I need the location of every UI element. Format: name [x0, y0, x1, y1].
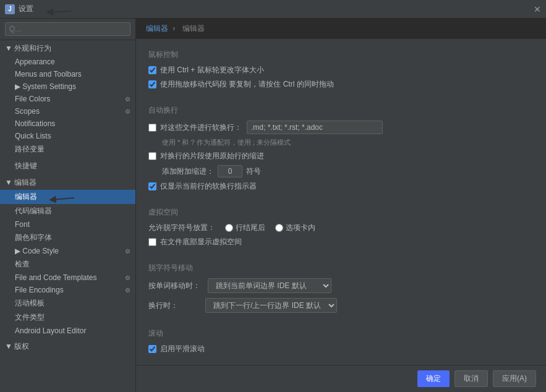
search-box [0, 19, 135, 40]
radio-tab-inner[interactable] [275, 224, 283, 232]
sidebar-item-appearance[interactable]: Appearance [0, 56, 135, 68]
breadcrumb-parent[interactable]: 编辑器 [146, 24, 168, 33]
sidebar-item-check[interactable]: 检查 [0, 257, 135, 271]
sidebar-item-quick-lists[interactable]: Quick Lists [0, 130, 135, 142]
show-wrap-indicator-row: 仅显示当前行的软换行指示器 [148, 181, 534, 192]
mouse-ctrl-zoom-checkbox[interactable] [148, 66, 156, 74]
divider2 [148, 199, 534, 200]
breadcrumb-separator: › [173, 24, 175, 33]
sidebar-group-waiguan-label: ▼ 外观和行为 [5, 43, 51, 54]
sidebar-item-file-code-templates[interactable]: File and Code Templates ⚙ [0, 271, 135, 284]
smooth-scroll-label[interactable]: 启用平滑滚动 [148, 344, 205, 354]
allow-caret-label: 允许脱字符号放置： [148, 223, 215, 233]
sidebar-group-editor[interactable]: ▼ 编辑器 [0, 176, 135, 190]
drag-drop-row: 使用拖放移动代码段 要复制，请按住 Ctrl 的同时拖动 [148, 79, 534, 90]
divider3 [148, 255, 534, 255]
breadcrumb: 编辑器 › 编辑器 [136, 19, 546, 40]
gear-icon: ⚙ [125, 287, 130, 294]
search-input[interactable] [5, 22, 130, 36]
sidebar-item-file-encodings[interactable]: File Encodings ⚙ [0, 284, 135, 296]
radio-line-end[interactable] [225, 224, 233, 232]
sidebar-item-code-style[interactable]: ▶ Code Style ⚙ [0, 245, 135, 257]
smooth-scroll-row: 启用平滑滚动 [148, 344, 534, 354]
soft-wrap-files-row: 对这些文件进行软换行： [148, 121, 534, 134]
apply-button[interactable]: 应用(A) [493, 370, 536, 387]
gear-icon: ⚙ [125, 108, 130, 115]
sidebar-section-keymap: 快捷键 [0, 158, 135, 174]
breadcrumb-current: 编辑器 [182, 24, 205, 33]
main-container: ▼ 外观和行为 Appearance Menus and Toolbars ▶ … [0, 19, 546, 392]
smooth-scroll-checkbox[interactable] [148, 345, 156, 353]
radio-tab-inner-label[interactable]: 选项卡内 [275, 223, 315, 233]
cancel-button[interactable]: 取消 [454, 370, 488, 387]
sidebar-item-font[interactable]: Font [0, 218, 135, 231]
show-wrap-indicator-label[interactable]: 仅显示当前行的软换行指示器 [148, 181, 257, 192]
divider1 [148, 97, 534, 98]
sidebar-item-color-font[interactable]: 颜色和字体 [0, 231, 135, 245]
virtual-space-bottom-label[interactable]: 在文件底部显示虚拟空间 [148, 237, 242, 247]
indent-label2: 符号 [246, 166, 261, 177]
app-icon: J [5, 4, 15, 14]
sidebar-item-notifications[interactable]: Notifications [0, 117, 135, 130]
sidebar-item-file-colors[interactable]: File Colors ⚙ [0, 93, 135, 105]
sidebar: ▼ 外观和行为 Appearance Menus and Toolbars ▶ … [0, 19, 136, 392]
sidebar-group-waiguan[interactable]: ▼ 外观和行为 [0, 41, 135, 56]
line-break-label: 换行时： [148, 300, 198, 311]
word-move-row: 按单词移动时： 跳到当前单词边界 IDE 默认 [148, 278, 534, 293]
sidebar-item-menus-toolbars[interactable]: Menus and Toolbars [0, 68, 135, 80]
sidebar-section-copyright: ▼ 版权 [0, 338, 135, 355]
indent-label1: 添加附加缩进： [162, 166, 214, 177]
auto-wrap-section-title: 自动换行 [148, 105, 534, 116]
sidebar-item-keymap[interactable]: 快捷键 [0, 159, 135, 173]
divider4 [148, 320, 534, 321]
gear-icon: ⚙ [125, 248, 130, 255]
drag-drop-checkbox[interactable] [148, 80, 156, 88]
sidebar-group-copyright-label: ▼ 版权 [5, 341, 29, 352]
virtual-space-section-title: 虚拟空间 [148, 207, 534, 218]
sidebar-item-path-vars[interactable]: 路径变量 [0, 142, 135, 156]
soft-wrap-files-checkbox[interactable] [148, 124, 156, 132]
indent-value-input[interactable] [218, 165, 242, 177]
soft-wrap-files-input[interactable] [247, 121, 383, 134]
wrap-indent-checkbox[interactable] [148, 152, 156, 160]
sidebar-group-editor-label: ▼ 编辑器 [5, 177, 36, 188]
mouse-ctrl-zoom-row: 使用 Ctrl + 鼠标轮更改字体大小 [148, 65, 534, 75]
sidebar-item-code-editor[interactable]: 代码编辑器 [0, 204, 135, 218]
title-bar: J 设置 ✕ [0, 0, 546, 19]
soft-wrap-files-label[interactable]: 对这些文件进行软换行： [148, 122, 242, 133]
indent-extra-row: 添加附加缩进： 符号 [162, 165, 534, 177]
word-move-label: 按单词移动时： [148, 281, 200, 291]
mouse-control-section-title: 鼠标控制 [148, 49, 534, 60]
mouse-ctrl-zoom-label[interactable]: 使用 Ctrl + 鼠标轮更改字体大小 [148, 65, 264, 75]
line-break-select[interactable]: 跳到下一行/上一行边界 IDE 默认 [205, 298, 337, 313]
wrap-indent-row: 对换行的片段使用原始行的缩进 [148, 151, 534, 161]
soft-wrap-note: 使用 * 和 ? 作为通配符，使用 ; 来分隔模式 [162, 138, 534, 147]
caret-movement-section-title: 脱字符号移动 [148, 263, 534, 273]
ok-button[interactable]: 确定 [417, 370, 450, 387]
sidebar-item-live-templates[interactable]: 活动模板 [0, 296, 135, 310]
drag-drop-label[interactable]: 使用拖放移动代码段 要复制，请按住 Ctrl 的同时拖动 [148, 79, 334, 90]
sidebar-item-editor-main[interactable]: 编辑器 [0, 190, 135, 204]
sidebar-item-scopes[interactable]: Scopes ⚙ [0, 105, 135, 117]
gear-icon: ⚙ [125, 96, 130, 103]
title-text: 设置 [19, 4, 33, 14]
sidebar-item-system-settings[interactable]: ▶ System Settings [0, 80, 135, 93]
content-scroll: 鼠标控制 使用 Ctrl + 鼠标轮更改字体大小 使用拖放移动代码段 要复制，请… [136, 40, 546, 365]
sidebar-group-copyright[interactable]: ▼ 版权 [0, 339, 135, 354]
gear-icon: ⚙ [125, 275, 130, 281]
close-button[interactable]: ✕ [534, 4, 541, 14]
radio-line-end-label[interactable]: 行结尾后 [225, 223, 265, 233]
wrap-indent-label[interactable]: 对换行的片段使用原始行的缩进 [148, 151, 264, 161]
sidebar-section-editor: ▼ 编辑器 编辑器 代码编辑器 Font 颜色和字体 ▶ [0, 174, 135, 338]
virtual-space-bottom-checkbox[interactable] [148, 238, 156, 246]
word-move-select[interactable]: 跳到当前单词边界 IDE 默认 [208, 278, 331, 293]
content-panel: 编辑器 › 编辑器 鼠标控制 使用 Ctrl + 鼠标轮更改字体大小 使用拖放移… [136, 19, 546, 392]
show-wrap-indicator-checkbox[interactable] [148, 182, 156, 190]
sidebar-item-android-layout[interactable]: Android Layout Editor [0, 325, 135, 337]
sidebar-item-file-types[interactable]: 文件类型 [0, 310, 135, 325]
sidebar-section-waiguan: ▼ 外观和行为 Appearance Menus and Toolbars ▶ … [0, 40, 135, 158]
virtual-space-allow-row: 允许脱字符号放置： 行结尾后 选项卡内 [148, 223, 534, 233]
scroll-section-title: 滚动 [148, 328, 534, 339]
bottom-bar: 确定 取消 应用(A) [136, 365, 546, 392]
virtual-space-bottom-row: 在文件底部显示虚拟空间 [148, 237, 534, 247]
